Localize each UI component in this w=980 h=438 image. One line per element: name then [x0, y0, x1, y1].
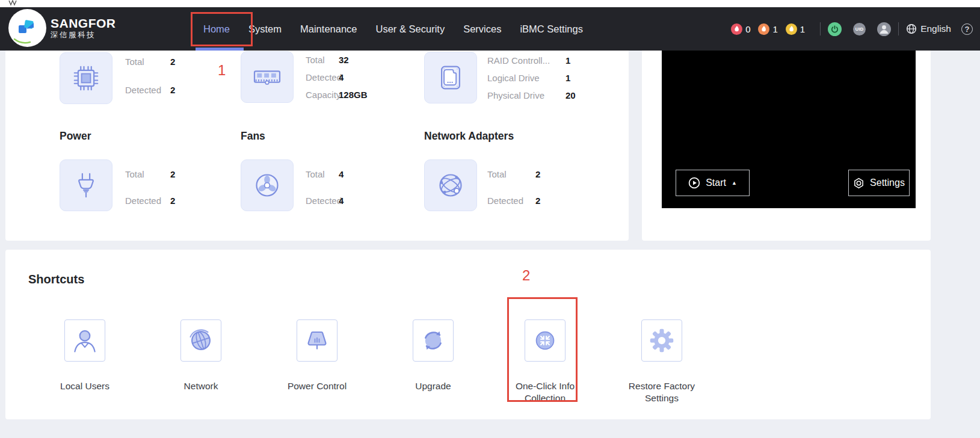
shortcut-label: Power Control	[269, 380, 365, 392]
top-strip	[0, 0, 980, 7]
shortcut-network[interactable]: Network	[153, 319, 249, 392]
nav-menu: HomeSystemMaintenanceUser & SecurityServ…	[203, 7, 583, 51]
hw-card-network: Total 2 Detected 2	[424, 159, 623, 214]
hw-stat-row: Capacity 128GB	[306, 90, 444, 100]
hw-stat-label: Total	[306, 169, 325, 179]
hw-card-drive: RAID Controll... 1 Logical Drive 1 Physi…	[424, 52, 623, 106]
hw-stat-value: 2	[535, 169, 540, 179]
globe-icon	[184, 324, 218, 357]
section-title-network: Network Adapters	[424, 130, 514, 143]
top-navbar: SANGFOR 深信服科技 HomeSystemMaintenanceUser …	[0, 7, 980, 51]
brand-subtitle: 深信服科技	[51, 30, 116, 40]
flame-icon	[786, 23, 797, 35]
console-start-button[interactable]: Start ▲	[676, 170, 750, 196]
hw-stat-label: Capacity	[306, 90, 341, 100]
nav-item-services[interactable]: Services	[463, 23, 501, 35]
nav-divider	[820, 22, 821, 35]
settings-label: Settings	[870, 177, 905, 188]
hw-stat-row: Detected 4	[306, 72, 444, 83]
lamp-icon	[300, 324, 334, 357]
remote-console-panel: Start ▲ Settings	[642, 51, 931, 241]
alarm-badge-major[interactable]: 1	[758, 23, 777, 35]
globe-icon	[906, 23, 917, 34]
hw-stat-label: Total	[487, 169, 507, 179]
alarm-badge-critical[interactable]: 0	[731, 23, 750, 35]
flame-icon	[731, 23, 742, 35]
hw-stat-label: Detected	[487, 196, 523, 206]
hw-stat-value: 2	[170, 85, 175, 95]
alarm-area: 0 1 1	[731, 23, 813, 35]
section-title-fans: Fans	[241, 130, 265, 143]
hw-stat-value: 128GB	[339, 90, 368, 100]
hw-stat-label: Total	[125, 57, 144, 67]
brand-text: SANGFOR 深信服科技	[51, 17, 116, 40]
hw-stat-value: 2	[170, 169, 175, 179]
shortcut-label: Local Users	[37, 380, 133, 392]
uid-button[interactable]: UID	[853, 23, 866, 35]
hw-stat-row: Total 2	[487, 169, 626, 180]
shortcut-label: Upgrade	[385, 380, 481, 392]
hw-stat-row: Total 32	[306, 55, 444, 66]
hw-stat-row: Detected 2	[487, 196, 626, 206]
hw-card-power: Total 2 Detected 2	[60, 159, 258, 214]
section-title-power: Power	[60, 130, 91, 143]
alarm-badge-minor[interactable]: 1	[786, 23, 805, 35]
collect-icon	[528, 324, 562, 357]
hw-stat-value: 2	[170, 57, 175, 67]
hw-stat-value: 4	[339, 72, 344, 82]
user-avatar-button[interactable]	[877, 22, 891, 36]
shortcut-icon-card	[297, 319, 337, 362]
play-icon	[688, 177, 700, 189]
shortcut-label: Restore Factory Settings	[614, 380, 710, 404]
shortcuts-title: Shortcuts	[28, 273, 84, 286]
shortcut-upgrade[interactable]: Upgrade	[385, 319, 481, 392]
hw-stat-value: 4	[339, 169, 344, 179]
refresh-icon	[416, 324, 450, 357]
hw-stat-label: Detected	[306, 72, 342, 82]
hardware-summary-panel: Total 2 Detected 2 Total 32 Detected 4 C…	[5, 51, 629, 241]
hw-stat-row: Physical Drive 20	[487, 90, 626, 101]
nav-item-home[interactable]: Home	[203, 23, 230, 35]
ibmc-home-page: SANGFOR 深信服科技 HomeSystemMaintenanceUser …	[0, 0, 980, 438]
power-icon	[830, 25, 839, 34]
alarm-count: 1	[800, 24, 805, 34]
user-icon	[68, 324, 102, 357]
hw-stat-value: 32	[339, 55, 349, 65]
nav-item-system[interactable]: System	[248, 23, 282, 35]
power-button[interactable]	[828, 22, 842, 36]
shortcut-one-click-info-collection[interactable]: One-Click Info Collection	[497, 319, 593, 404]
page-corner-mark	[8, 0, 18, 6]
nav-item-user-security[interactable]: User & Security	[376, 23, 445, 35]
help-button[interactable]: ?	[961, 23, 973, 35]
shortcut-icon-card	[180, 319, 221, 362]
hw-stat-label: RAID Controll...	[487, 55, 550, 66]
alarm-count: 0	[745, 24, 750, 34]
shortcut-restore-factory-settings[interactable]: Restore Factory Settings	[614, 319, 710, 404]
hw-stat-row: RAID Controll... 1	[487, 55, 626, 66]
start-label: Start	[706, 177, 726, 188]
hw-stat-value: 2	[535, 196, 540, 206]
console-settings-button[interactable]: Settings	[848, 170, 910, 196]
language-selector[interactable]: English	[906, 23, 951, 34]
hw-stat-value: 1	[566, 73, 570, 83]
hw-stat-row: Total 4	[306, 169, 444, 180]
hw-stat-row: Detected 4	[306, 196, 444, 206]
shortcut-power-control[interactable]: Power Control	[269, 319, 365, 392]
hw-stat-label: Total	[306, 55, 325, 65]
shortcut-local-users[interactable]: Local Users	[37, 319, 133, 392]
caret-up-icon: ▲	[732, 180, 737, 186]
hw-stat-label: Detected	[125, 85, 161, 95]
nav-item-maintenance[interactable]: Maintenance	[300, 23, 357, 35]
shortcut-label: One-Click Info Collection	[497, 380, 593, 404]
flame-icon	[758, 23, 769, 35]
brand-name: SANGFOR	[51, 17, 116, 30]
hw-stat-label: Physical Drive	[487, 90, 544, 100]
hw-card-cpu: Total 2 Detected 2	[60, 52, 258, 106]
hw-stat-label: Detected	[306, 196, 342, 206]
gear-icon	[645, 324, 679, 357]
nav-item-ibmc-settings[interactable]: iBMC Settings	[520, 23, 583, 35]
sangfor-logo-icon	[8, 9, 46, 47]
hw-stat-value: 20	[566, 90, 576, 100]
user-icon	[877, 22, 891, 36]
hw-card-memory: Total 32 Detected 4 Capacity 128GB	[241, 51, 439, 105]
